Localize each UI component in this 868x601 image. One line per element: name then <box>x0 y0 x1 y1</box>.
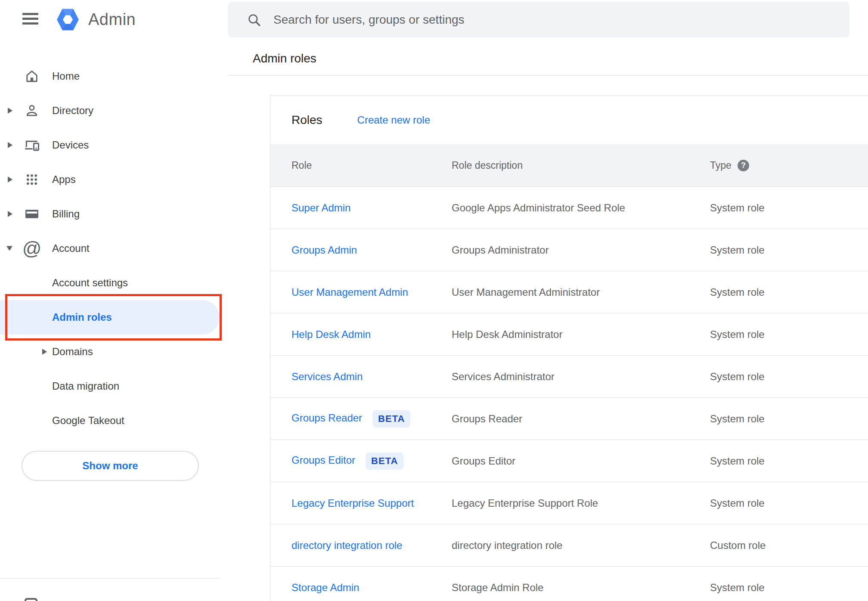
search-icon <box>247 12 261 27</box>
sidebar-item-apps[interactable]: Apps <box>0 162 228 197</box>
role-description: Help Desk Administrator <box>452 328 710 341</box>
sidebar-item-billing[interactable]: Billing <box>0 197 228 231</box>
sidebar-divider <box>0 578 220 579</box>
role-link[interactable]: Groups Reader <box>291 412 362 424</box>
role-description: Groups Reader <box>452 413 710 425</box>
sidebar-item-label: Devices <box>52 139 89 151</box>
sidebar-item-label: Data migration <box>52 380 119 392</box>
card-icon <box>24 205 40 223</box>
sidebar-item-label: Billing <box>52 208 80 220</box>
role-type: Custom role <box>710 539 868 551</box>
roles-card-header: Roles Create new role <box>270 96 868 144</box>
help-icon[interactable]: ? <box>738 160 749 171</box>
sidebar-item-label: Domains <box>52 346 93 358</box>
role-link[interactable]: User Management Admin <box>291 286 408 298</box>
admin-logo-icon <box>55 8 81 31</box>
app-title: Admin <box>88 10 136 29</box>
role-description: Groups Editor <box>452 455 710 467</box>
sidebar-item-data-migration[interactable]: Data migration <box>0 369 228 403</box>
table-row: Groups EditorBETA Groups Editor System r… <box>270 440 868 482</box>
menu-hamburger-icon[interactable] <box>22 13 38 25</box>
role-type: System role <box>710 413 868 425</box>
column-header-type: Type ? <box>710 160 868 171</box>
role-link[interactable]: Super Admin <box>291 202 350 214</box>
sidebar-item-label: Admin roles <box>52 311 112 323</box>
role-type: System role <box>710 202 868 214</box>
sidebar-item-account-settings[interactable]: Account settings <box>0 266 228 300</box>
sidebar-item-devices[interactable]: Devices <box>0 128 228 162</box>
apps-icon <box>24 171 40 188</box>
sidebar-item-label: Account settings <box>52 277 128 289</box>
role-type: System role <box>710 328 868 341</box>
sidebar-item-google-takeout[interactable]: Google Takeout <box>0 403 228 438</box>
table-row: Storage Admin Storage Admin Role System … <box>270 567 868 601</box>
sidebar-item-label: Apps <box>52 173 76 186</box>
search-bar[interactable] <box>228 2 849 37</box>
column-header-role: Role <box>291 160 452 171</box>
show-more-button[interactable]: Show more <box>22 451 199 481</box>
role-link[interactable]: directory integration role <box>291 539 402 551</box>
roles-card: Roles Create new role Role Role descript… <box>270 96 868 601</box>
role-type: System role <box>710 582 868 594</box>
clipped-sidebar-icon <box>25 598 37 601</box>
roles-table-body: Super Admin Google Apps Administrator Se… <box>270 187 868 601</box>
beta-badge: BETA <box>372 410 410 428</box>
sidebar-item-directory[interactable]: Directory <box>0 93 228 128</box>
expand-arrow-icon[interactable] <box>8 211 12 217</box>
table-row: Services Admin Services Administrator Sy… <box>270 356 868 398</box>
role-link[interactable]: Legacy Enterprise Support <box>291 497 414 509</box>
role-description: Storage Admin Role <box>452 582 710 594</box>
role-type: System role <box>710 244 868 256</box>
sidebar-nav: Home Directory Devices Apps Billing @ Ac… <box>0 59 228 438</box>
role-description: directory integration role <box>452 539 710 551</box>
expand-arrow-icon[interactable] <box>8 108 12 114</box>
role-type: System role <box>710 371 868 383</box>
person-icon <box>24 102 40 119</box>
role-description: Services Administrator <box>452 371 710 383</box>
devices-icon <box>24 136 40 154</box>
table-row: User Management Admin User Management Ad… <box>270 271 868 313</box>
sidebar-item-account[interactable]: @ Account <box>0 231 228 266</box>
role-link[interactable]: Groups Admin <box>291 244 357 256</box>
expand-arrow-icon[interactable] <box>8 142 12 148</box>
table-row: directory integration role directory int… <box>270 524 868 567</box>
role-link[interactable]: Help Desk Admin <box>291 328 371 340</box>
table-row: Groups Admin Groups Administrator System… <box>270 229 868 271</box>
role-type: System role <box>710 497 868 509</box>
role-link[interactable]: Groups Editor <box>291 454 355 466</box>
role-description: Groups Administrator <box>452 244 710 256</box>
at-icon: @ <box>24 240 40 257</box>
table-row: Help Desk Admin Help Desk Administrator … <box>270 313 868 356</box>
sidebar-item-label: Directory <box>52 105 93 117</box>
role-description: Google Apps Administrator Seed Role <box>452 202 710 214</box>
sidebar-item-domains[interactable]: Domains <box>0 335 228 369</box>
expand-arrow-icon[interactable] <box>6 246 12 251</box>
sidebar-item-home[interactable]: Home <box>0 59 228 93</box>
expand-arrow-icon[interactable] <box>8 177 12 183</box>
breadcrumb: Admin roles <box>253 52 316 65</box>
table-row: Super Admin Google Apps Administrator Se… <box>270 187 868 229</box>
table-row: Legacy Enterprise Support Legacy Enterpr… <box>270 482 868 524</box>
role-type: System role <box>710 286 868 298</box>
column-header-description: Role description <box>452 160 710 171</box>
expand-arrow-icon[interactable] <box>42 349 47 355</box>
roles-title: Roles <box>291 113 322 127</box>
create-new-role-link[interactable]: Create new role <box>357 114 430 126</box>
role-description: User Management Administrator <box>452 286 710 298</box>
role-link[interactable]: Storage Admin <box>291 582 359 593</box>
table-header-row: Role Role description Type ? <box>270 144 868 187</box>
google-admin-console: Admin Admin roles Home Directory Devices… <box>0 0 868 601</box>
breadcrumb-divider <box>228 75 868 76</box>
search-input[interactable] <box>273 12 849 27</box>
role-description: Legacy Enterprise Support Role <box>452 497 710 509</box>
role-link[interactable]: Services Admin <box>291 371 363 382</box>
role-type: System role <box>710 455 868 467</box>
sidebar-item-admin-roles[interactable]: Admin roles <box>0 300 220 335</box>
beta-badge: BETA <box>366 452 403 470</box>
sidebar-item-label: Home <box>52 70 80 82</box>
table-row: Groups ReaderBETA Groups Reader System r… <box>270 398 868 440</box>
sidebar-item-label: Account <box>52 242 90 254</box>
sidebar-item-label: Google Takeout <box>52 415 124 427</box>
home-icon <box>24 68 40 85</box>
